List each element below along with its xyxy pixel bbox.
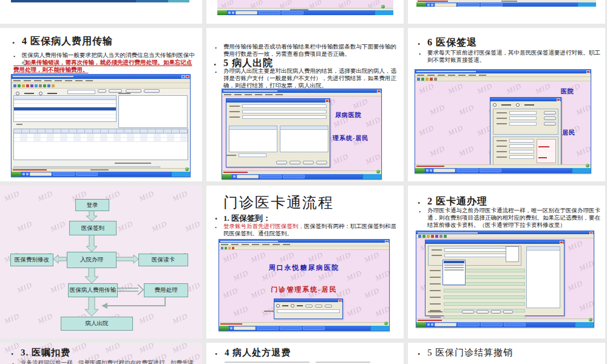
window-buttons [586,70,590,73]
slide-inpatient-flowchart[interactable]: MIDMIDMIDMIDMIDMIDMIDMIDMIDMIDMIDMIDMIDM… [0,186,202,339]
close-icon [338,300,342,302]
watermark-text: MID [367,0,381,8]
watermark-text: MID [345,304,364,318]
close-icon [586,70,590,73]
slide-partial-top-left[interactable] [0,0,202,24]
system-name-fragment: 居民 [562,129,575,137]
watermark-text: MID [578,299,594,314]
hospital-name: 周口永悦糖尿病医院 [219,263,389,272]
slide-partial-top-right[interactable] [408,0,605,24]
watermark-text: MID [222,250,240,265]
ok-button [305,305,313,308]
taskbar-window-button [236,11,257,15]
system-name-fragment: 理系统-居民 [333,134,368,143]
hospital-name-fragment: 尿病医院 [335,111,362,120]
system-tray [575,322,594,327]
watermark-text: MID [429,144,447,159]
transfer-result-textarea [118,95,188,128]
minimize-icon [181,75,185,78]
slide-body: 办理医卡通与之前办理医卡通流程一样，唯一区别在于医保办理医卡通，则在费别项目选择… [427,207,602,229]
slide-partial-prescription-refund[interactable]: • 4 病人处方退费 [206,343,404,364]
slide-title: 6 医保签退 [427,36,477,49]
radio-icon [493,103,497,107]
reconcile-button [544,111,556,115]
quicklaunch-icon [232,12,234,14]
screenshot-signout-app: MIDMIDMIDMIDMIDMIDMIDMIDMIDMIDMIDMIDMIDM… [415,69,591,174]
radio-icon [291,304,294,308]
slide-card-handling[interactable]: • 2 医卡通办理 • 办理医卡通与之前办理医卡通流程一样，唯一区别在于医保办理… [408,186,605,339]
window-titlebar [219,240,389,243]
taskbar-window-button [237,175,259,178]
watermark-text: MID [374,304,389,318]
taskbar [12,172,190,177]
window-buttons [325,99,329,103]
fr [509,139,534,143]
page-title: 门诊医卡通流程 [223,193,334,212]
bullet-icon: • [214,61,216,70]
fe-row [444,315,525,318]
exit-button [316,161,327,164]
slide-insurance-signout[interactable]: • 6 医保签退 • 要求每天下班前进行医保签退，其中居民医保签退要进行对账。职… [408,28,605,181]
taskbar-window-button [53,172,75,176]
checkbox-smudge [428,311,443,312]
start-button [415,168,425,173]
slide-partial-settlement-cancel[interactable]: • 5 医保门诊结算撤销 [408,343,605,364]
slide-outpatient-flow[interactable]: 门诊医卡通流程 • 1. 医保签到： • 登录账号后首先进行医保签到，医保签到有… [206,186,404,339]
quicklaunch-icon [427,4,430,6]
xp-green-orb-icon [381,5,385,8]
watermark-text: MID [104,343,122,356]
patient-table [13,95,117,122]
panel-header [527,247,560,251]
search-input [67,90,95,94]
status-red-text-smudge [13,169,47,170]
start-button [219,326,229,331]
slide-title: 4 病人处方退费 [225,347,291,359]
slide-fee-transfer[interactable]: • 4 医保病人费用传输 • 医保病人费用传输一般要求把病人当天的消费信息当天传… [0,28,202,181]
watermark-text: MID [534,82,552,96]
slide-title: 5 医保门诊结算撤销 [427,347,513,359]
slide-patient-discharge[interactable]: • 费用传输传输是否成功看传输结果栏中传输数据条数与下面要传输的费用行数是否一致… [206,28,404,181]
watermark-text: MID [476,82,494,96]
flow-node-signin: 医保签到 [69,221,117,235]
small-button [98,89,106,93]
watermark-text: MID [232,304,250,318]
bullet-icon: • [419,51,421,57]
slide-partial-top-middle[interactable]: MIDMIDMIDMIDMIDMID [206,0,404,24]
step-title: 1. 医保签到： [223,213,271,224]
quicklaunch-icon [228,12,231,14]
system-tray [171,172,190,177]
quicklaunch-icon [22,173,25,175]
window-buttons [589,232,593,234]
toolbar [415,77,591,81]
screenshot-fee-transfer-app [11,74,191,177]
close-icon [385,240,388,243]
taskbar [416,322,594,327]
status-red-text-smudge [416,166,444,167]
result-label-smudge [118,93,131,94]
groupbox-buttons [544,111,556,126]
window-titlebar [415,70,591,73]
watermark-text: MID [70,343,89,356]
watermark-text: MID [447,123,465,138]
panel-header [280,126,328,130]
slide-body: 办理病人出院主要是对出院病人费用的结算，选择要出院的病人，选择是否账户支付（一般… [223,68,401,90]
status-red-text-smudge [418,1,448,2]
message-line [277,309,340,313]
taskbar-window-button [435,323,456,326]
panel-header [229,126,277,130]
bullet-icon: • [12,361,14,364]
watermark-text: MID [429,103,447,117]
clipped-body-smudge [316,362,370,363]
quicklaunch-icon [426,169,429,172]
app-client-area: MIDMIDMIDMIDMIDMIDMIDMIDMIDMIDMIDMIDMIDM… [219,250,389,322]
signout-button [544,116,556,120]
slide-partial-deduction[interactable]: MIDMIDMIDMIDMIDMIDMIDMIDMIDMIDMIDMID • 3… [0,343,202,364]
close-icon [560,241,563,244]
fr [509,122,537,126]
flow-node-admission: 入院办理 [67,252,117,268]
screenshot-discharge-app: MIDMIDMIDMIDMIDMIDMIDMIDMIDMIDMIDMIDMIDM… [222,89,382,180]
watermark-text: MID [364,152,381,167]
window-titlebar [416,231,594,234]
watermark-text: MID [575,144,591,159]
exit-button [325,305,332,308]
